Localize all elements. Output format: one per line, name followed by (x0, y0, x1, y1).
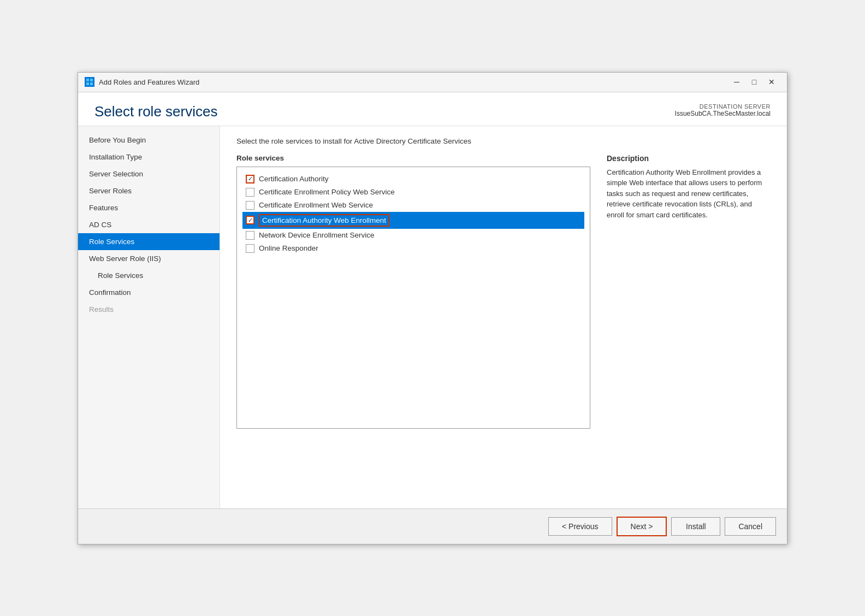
previous-button[interactable]: < Previous (548, 517, 612, 536)
next-button[interactable]: Next > (617, 517, 667, 536)
service-label-cert-enrollment-web: Certificate Enrollment Web Service (259, 201, 373, 209)
role-services-label: Role services (236, 154, 590, 162)
service-item-network-device-enrollment[interactable]: Network Device Enrollment Service (242, 229, 584, 242)
sidebar: Before You BeginInstallation TypeServer … (78, 126, 220, 508)
service-label-cert-authority-web-enrollment: Certification Authority Web Enrollment (259, 214, 389, 227)
content-description: Select the role services to install for … (236, 137, 771, 145)
page-title: Select role services (94, 103, 217, 120)
description-text: Certification Authority Web Enrollment p… (607, 167, 771, 221)
destination-label: DESTINATION SERVER (675, 103, 771, 110)
body-area: Before You BeginInstallation TypeServer … (78, 126, 787, 508)
checkbox-cert-enrollment-web[interactable] (246, 201, 254, 210)
service-label-network-device-enrollment: Network Device Enrollment Service (259, 231, 375, 239)
sidebar-item-server-roles[interactable]: Server Roles (78, 182, 220, 199)
sidebar-item-web-server-role[interactable]: Web Server Role (IIS) (78, 250, 220, 267)
checkmark-certification-authority: ✓ (248, 176, 253, 182)
checkmark-cert-authority-web-enrollment: ✓ (248, 217, 253, 223)
service-item-cert-authority-web-enrollment[interactable]: ✓Certification Authority Web Enrollment (242, 212, 584, 229)
minimize-button[interactable]: ─ (728, 75, 745, 88)
cancel-button[interactable]: Cancel (725, 517, 776, 536)
footer: < Previous Next > Install Cancel (78, 508, 787, 544)
content-body: Role services ✓Certification AuthorityCe… (236, 154, 771, 497)
service-item-cert-enrollment-web[interactable]: Certificate Enrollment Web Service (242, 199, 584, 212)
app-icon (85, 77, 94, 87)
service-item-certification-authority[interactable]: ✓Certification Authority (242, 173, 584, 186)
window-title: Add Roles and Features Wizard (99, 78, 199, 86)
description-title: Description (607, 154, 771, 163)
destination-server-info: DESTINATION SERVER IssueSubCA.TheSecMast… (675, 103, 771, 117)
titlebar: Add Roles and Features Wizard ─ □ ✕ (78, 73, 787, 92)
sidebar-item-ad-cs[interactable]: AD CS (78, 216, 220, 233)
checkbox-network-device-enrollment[interactable] (246, 231, 254, 240)
sidebar-item-role-services-sub[interactable]: Role Services (78, 267, 220, 284)
service-label-certification-authority: Certification Authority (259, 175, 329, 183)
maximize-button[interactable]: □ (745, 75, 763, 88)
svg-rect-1 (90, 79, 93, 81)
services-box: ✓Certification AuthorityCertificate Enro… (236, 167, 590, 429)
svg-rect-2 (86, 82, 89, 85)
service-item-cert-enrollment-policy-web[interactable]: Certificate Enrollment Policy Web Servic… (242, 186, 584, 199)
main-content: Select role services DESTINATION SERVER … (78, 92, 787, 508)
titlebar-left: Add Roles and Features Wizard (85, 77, 199, 87)
checkbox-online-responder[interactable] (246, 244, 254, 253)
window-controls: ─ □ ✕ (728, 75, 780, 88)
checkbox-cert-enrollment-policy-web[interactable] (246, 188, 254, 197)
destination-name: IssueSubCA.TheSecMaster.local (675, 110, 771, 117)
sidebar-item-server-selection[interactable]: Server Selection (78, 165, 220, 182)
sidebar-item-results: Results (78, 301, 220, 318)
sidebar-item-features[interactable]: Features (78, 199, 220, 216)
close-button[interactable]: ✕ (763, 75, 780, 88)
header-area: Select role services DESTINATION SERVER … (78, 92, 787, 126)
checkbox-certification-authority[interactable]: ✓ (246, 175, 254, 183)
sidebar-item-confirmation[interactable]: Confirmation (78, 284, 220, 301)
content-area: Select the role services to install for … (220, 126, 787, 508)
wizard-window: Add Roles and Features Wizard ─ □ ✕ Sele… (78, 72, 787, 544)
role-services-panel: Role services ✓Certification AuthorityCe… (236, 154, 590, 497)
description-panel: Description Certification Authority Web … (607, 154, 771, 497)
svg-rect-3 (90, 82, 93, 85)
sidebar-item-installation-type[interactable]: Installation Type (78, 149, 220, 165)
service-label-cert-enrollment-policy-web: Certificate Enrollment Policy Web Servic… (259, 188, 395, 196)
service-item-online-responder[interactable]: Online Responder (242, 242, 584, 255)
install-button[interactable]: Install (671, 517, 720, 536)
sidebar-item-before-you-begin[interactable]: Before You Begin (78, 132, 220, 149)
svg-rect-0 (86, 79, 89, 81)
sidebar-item-role-services[interactable]: Role Services (78, 233, 220, 250)
checkbox-cert-authority-web-enrollment[interactable]: ✓ (246, 216, 254, 224)
service-label-online-responder: Online Responder (259, 244, 318, 252)
